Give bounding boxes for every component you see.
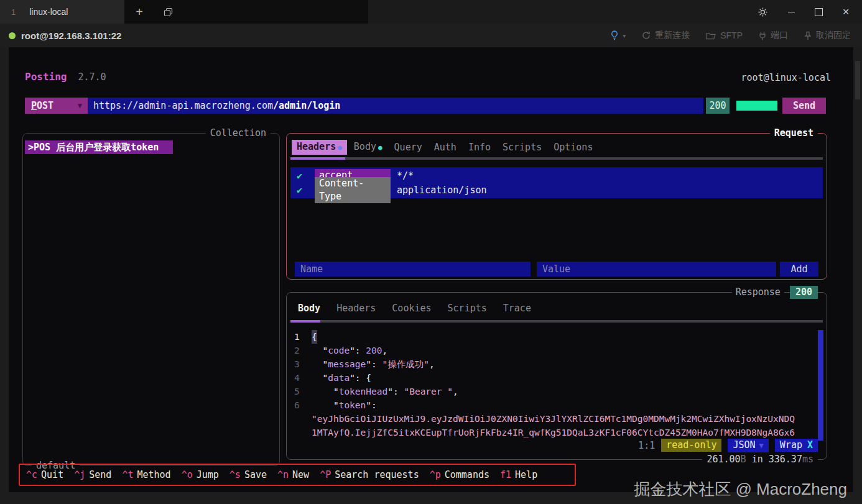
watermark: 掘金技术社区 @ MacroZheng	[634, 479, 847, 500]
code-token: "eyJhbGciOiJIUzUxMiJ9.eyJzdWIiOiJ0ZXN0Ii…	[312, 412, 795, 426]
request-tab-body[interactable]: Body●	[349, 140, 387, 155]
terminal-tab[interactable]: 1 linux-local	[0, 0, 124, 24]
hotkey-key: ^p	[430, 469, 441, 480]
request-panel: Request Headers●Body●QueryAuthInfoScript…	[286, 133, 827, 280]
active-tab-indicator	[290, 320, 320, 323]
response-scrollbar[interactable]	[818, 330, 823, 441]
response-tab-cookies[interactable]: Cookies	[387, 301, 436, 315]
collection-item-selected[interactable]: >POS 后台用户登录获取token	[25, 140, 173, 154]
connected-dot-icon	[9, 32, 16, 39]
hotkey-footer: ^cQuit^jSend^tMethod^oJump^sSave^nNew^PS…	[19, 464, 576, 486]
wrap-toggle[interactable]: WrapX	[775, 439, 818, 452]
header-value-cell[interactable]: */*	[397, 170, 414, 181]
minimize-button[interactable]	[779, 0, 804, 24]
duplicate-tab-icon[interactable]	[155, 0, 180, 24]
hotkey-send[interactable]: ^jSend	[74, 469, 111, 480]
tab-title: linux-local	[29, 7, 68, 17]
add-header-button[interactable]: Add	[780, 262, 818, 277]
hotkey-key: f1	[500, 469, 511, 480]
response-body-code[interactable]: 1{2 "code": 200,3 "message": "操作成功",4 "d…	[294, 330, 813, 439]
collection-panel-title: Collection	[206, 127, 271, 140]
code-token: ,	[453, 385, 458, 398]
code-line: 4 "data": {	[294, 371, 813, 385]
response-editor-statusbar: 1:1 read-only JSON▼ WrapX	[638, 439, 818, 452]
request-tab-auth[interactable]: Auth	[429, 140, 461, 154]
request-tabs: Headers●Body●QueryAuthInfoScriptsOptions	[292, 140, 600, 154]
header-value-cell[interactable]: application/json	[397, 185, 487, 196]
app-user-host: root@linux-local	[741, 72, 832, 83]
hotkey-help[interactable]: f1Help	[500, 469, 537, 480]
ports-button[interactable]: 端口	[759, 30, 788, 41]
reconnect-button[interactable]: 重新连接	[642, 30, 690, 41]
settings-gear-icon[interactable]	[750, 0, 775, 24]
hotkey-save[interactable]: ^sSave	[229, 469, 267, 480]
code-line: 1MTAyfQ.IejjZfC5itxKCEupTfrUoRjFkFbz4IR_…	[294, 426, 813, 439]
request-tab-options[interactable]: Options	[549, 140, 598, 154]
code-token: tokenHead	[339, 385, 388, 398]
url-bar: POST ▼ https://admin-api.macrozheng.com/…	[9, 98, 853, 114]
request-tab-info[interactable]: Info	[463, 140, 496, 154]
response-tab-trace[interactable]: Trace	[498, 301, 536, 315]
sftp-button[interactable]: SFTP	[706, 30, 743, 40]
close-button[interactable]: ✕	[833, 0, 858, 24]
hint-bulb-button[interactable]: ▾	[611, 30, 626, 40]
send-button[interactable]: Send	[782, 98, 826, 114]
status-code-badge: 200	[706, 98, 730, 114]
request-tab-headers[interactable]: Headers●	[292, 140, 347, 155]
hotkey-commands[interactable]: ^pCommands	[430, 469, 489, 480]
response-tab-headers[interactable]: Headers	[331, 301, 381, 315]
unpin-button[interactable]: 取消固定	[804, 30, 851, 41]
header-row[interactable]: ✔Content-Typeapplication/json	[290, 183, 823, 197]
progress-fill	[736, 101, 777, 111]
chevron-down-icon: ▼	[759, 441, 764, 450]
hotkey-key: ^c	[26, 469, 37, 480]
header-name-input[interactable]: Name	[295, 262, 531, 277]
pin-icon	[804, 31, 812, 40]
line-number: 1	[294, 330, 312, 344]
request-tab-query[interactable]: Query	[389, 140, 427, 154]
line-number: 6	[294, 398, 312, 412]
scrollbar-thumb[interactable]	[855, 61, 860, 99]
request-tab-underline	[290, 157, 823, 160]
headers-table: ✔accept*/*✔Content-Typeapplication/json	[290, 167, 823, 198]
code-token: data	[328, 371, 350, 385]
response-tab-body[interactable]: Body	[293, 301, 325, 315]
hotkey-new[interactable]: ^nNew	[277, 469, 309, 480]
hotkey-method[interactable]: ^tMethod	[122, 469, 170, 480]
line-number: 2	[294, 344, 312, 357]
toolbar-action-label: SFTP	[720, 30, 743, 40]
request-tab-scripts[interactable]: Scripts	[498, 140, 547, 154]
hotkey-label: Commands	[445, 469, 489, 480]
response-tab-scripts[interactable]: Scripts	[443, 301, 492, 315]
title-bar: 1 linux-local + ✕	[0, 0, 862, 24]
hotkey-key: ^j	[74, 469, 85, 480]
code-line: 5 "tokenHead": "Bearer ",	[294, 385, 813, 398]
method-select[interactable]: POST ▼	[25, 98, 88, 114]
header-key-cell[interactable]: Content-Type	[315, 177, 391, 203]
add-header-row: Name Value Add	[287, 262, 827, 277]
active-tab-indicator	[290, 157, 345, 160]
hotkey-label: Search requests	[335, 469, 419, 480]
hotkey-jump[interactable]: ^oJump	[182, 469, 219, 480]
folder-icon	[706, 32, 716, 40]
line-number	[294, 412, 312, 426]
hotkey-quit[interactable]: ^cQuit	[26, 469, 63, 480]
code-token: ":	[350, 344, 366, 357]
checkmark-icon: ✔	[297, 185, 309, 196]
format-select[interactable]: JSON▼	[728, 439, 768, 452]
hotkey-search-requests[interactable]: ^PSearch requests	[320, 469, 419, 480]
code-line: "eyJhbGciOiJIUzUxMiJ9.eyJzdWIiOiJ0ZXN0Ii…	[294, 412, 813, 426]
header-value-input[interactable]: Value	[537, 262, 776, 277]
hotkey-key: ^n	[277, 469, 289, 480]
terminal-scrollbar[interactable]	[853, 47, 862, 492]
url-path: /admin/login	[273, 100, 340, 111]
maximize-button[interactable]	[806, 0, 831, 24]
tab-index: 1	[11, 7, 16, 17]
url-input[interactable]: https://admin-api.macrozheng.com/admin/l…	[88, 98, 703, 114]
response-panel-title: Response	[732, 286, 784, 299]
code-token: code	[328, 344, 350, 357]
new-tab-button[interactable]: +	[127, 0, 152, 24]
read-only-badge: read-only	[661, 439, 721, 452]
connection-status: root@192.168.3.101:22	[9, 24, 121, 47]
hotkey-key: ^t	[122, 469, 133, 480]
